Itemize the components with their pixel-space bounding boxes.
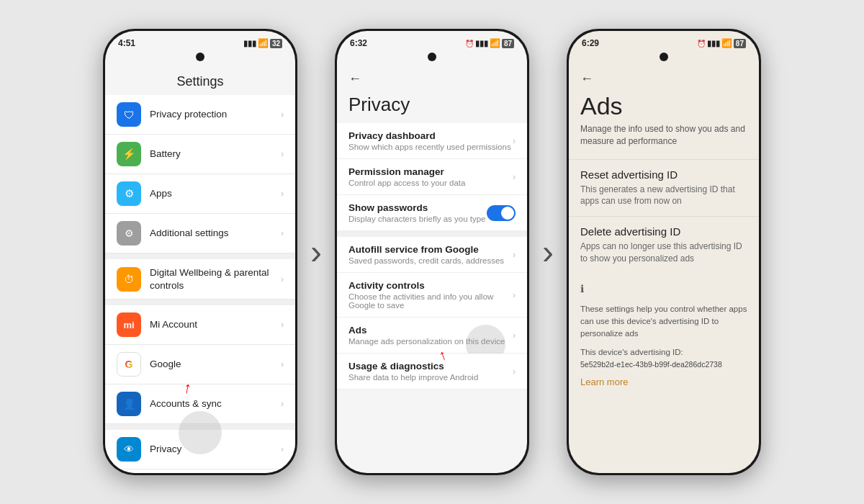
chevron-icon: › [281,444,284,454]
ads-header: ← [569,64,759,86]
nav-arrow-1: › [310,235,322,269]
permission-title: Permission manager [348,166,513,177]
settings-screen: Settings 🛡 Privacy protection › ⚡ [105,66,295,473]
reset-title: Reset advertising ID [580,168,747,181]
ads-section-reset[interactable]: Reset advertising ID This generates a ne… [569,159,759,217]
apps-label: Apps [150,187,281,200]
chevron-icon: › [281,109,284,120]
chevron-icon: › [513,172,516,182]
usage-title: Usage & diagnostics [348,361,513,372]
settings-item-additional[interactable]: ⚙ Additional settings › [105,214,295,253]
settings-list: 🛡 Privacy protection › ⚡ Battery › [105,95,295,473]
activity-title: Activity controls [348,280,513,291]
ads-device-id-label: This device's advertising ID: 5e529b2d-e… [569,346,759,372]
wellbeing-label: Digital Wellbeing & parental controls [150,266,281,292]
notch-3 [660,53,668,61]
privacy-header: ← [337,64,527,89]
accounts-icon: 👤 [117,392,141,416]
delete-sub: Apps can no longer use this advertising … [580,240,747,265]
chevron-icon: › [281,189,284,199]
delete-title: Delete advertising ID [580,225,747,238]
passwords-title: Show passwords [348,202,487,213]
activity-sub: Choose the activities and info you allow… [348,292,513,310]
additional-label: Additional settings [150,227,281,240]
chevron-icon: › [513,136,516,146]
wellbeing-icon: ⏱ [117,267,141,292]
miaccount-label: Mi Account [150,318,281,331]
settings-item-location[interactable]: 📍 Location › [105,469,295,473]
ads-screen-title: Ads [569,86,759,123]
permission-sub: Control app access to your data [348,179,513,187]
status-icons-3: ⏰ ▮▮▮ 📶 87 [697,38,746,48]
status-bar-1: 4:51 ▮▮▮ 📶 32 [105,31,295,51]
chevron-icon: › [281,274,284,284]
back-button-2[interactable]: ← [348,71,361,86]
phone-settings: 4:51 ▮▮▮ 📶 32 Settings 🛡 Privacy prote [103,29,297,475]
divider-3 [105,424,295,430]
settings-item-miaccount[interactable]: mi Mi Account › [105,305,295,345]
miaccount-icon: mi [117,312,141,337]
ads-info-box: ℹ [580,282,747,294]
privacy-protection-icon: 🛡 [117,102,141,127]
time-2: 6:32 [350,38,367,48]
settings-title: Settings [105,66,295,95]
chevron-icon: › [281,399,284,409]
privacy-label: Privacy [150,443,281,456]
privacy-item-permission[interactable]: Permission manager Control app access to… [337,159,527,195]
battery-label: Battery [150,148,281,161]
dashboard-title: Privacy dashboard [348,130,513,141]
phone-privacy: 6:32 ⏰ ▮▮▮ 📶 87 ← Privacy Privacy dashbo… [335,29,529,475]
status-bar-3: 6:29 ⏰ ▮▮▮ 📶 87 [569,31,759,51]
divider-2 [105,300,295,305]
status-icons-2: ⏰ ▮▮▮ 📶 87 [465,38,514,48]
scene: 4:51 ▮▮▮ 📶 32 Settings 🛡 Privacy prote [0,0,864,504]
phone-ads: 6:29 ⏰ ▮▮▮ 📶 87 ← Ads Manage the info us… [567,29,761,475]
info-icon: ℹ [580,283,584,294]
privacy-item-autofill[interactable]: Autofill service from Google Saved passw… [337,237,527,273]
privacy-screen-title: Privacy [337,89,527,123]
time-3: 6:29 [582,38,599,48]
chevron-icon: › [281,149,284,159]
back-button-3[interactable]: ← [580,71,593,86]
settings-item-apps[interactable]: ⚙ Apps › [105,174,295,214]
privacy-item-usage[interactable]: Usage & diagnostics Share data to help i… [337,354,527,390]
chevron-icon: › [281,320,284,330]
passwords-toggle[interactable] [487,205,516,221]
privacy-item-ads[interactable]: Ads Manage ads personalization on this d… [337,318,527,354]
ads-section-delete[interactable]: Delete advertising ID Apps can no longer… [569,216,759,274]
google-label: Google [150,358,281,371]
privacy-protection-label: Privacy protection [150,108,281,121]
settings-item-battery[interactable]: ⚡ Battery › [105,135,295,174]
settings-item-privacy-protection[interactable]: 🛡 Privacy protection › [105,95,295,135]
chevron-icon: › [513,330,516,341]
settings-item-wellbeing[interactable]: ⏱ Digital Wellbeing & parental controls … [105,259,295,300]
chevron-icon: › [281,359,284,369]
additional-icon: ⚙ [117,221,141,246]
privacy-item-passwords[interactable]: Show passwords Display characters briefl… [337,195,527,231]
divider-p1 [337,231,527,237]
ads-learn-more[interactable]: Learn more [569,371,759,393]
settings-item-google[interactable]: G Google › [105,345,295,384]
autofill-title: Autofill service from Google [348,244,513,255]
chevron-icon: › [513,366,516,377]
privacy-screen: ← Privacy Privacy dashboard Show which a… [337,64,527,473]
settings-item-privacy[interactable]: 👁 Privacy › [105,430,295,469]
status-icons-1: ▮▮▮ 📶 32 [243,38,282,48]
status-bar-2: 6:32 ⏰ ▮▮▮ 📶 87 [337,31,527,51]
nav-arrow-2: › [542,235,554,269]
notch-2 [428,53,436,61]
settings-item-accounts[interactable]: 👤 Accounts & sync › [105,384,295,424]
ads-screen: ← Ads Manage the info used to show you a… [569,64,759,473]
battery-icon: ⚡ [117,142,141,166]
notch-1 [196,53,204,61]
divider-1 [105,253,295,259]
privacy-item-activity[interactable]: Activity controls Choose the activities … [337,273,527,318]
reset-sub: This generates a new advertising ID that… [580,184,747,208]
autofill-sub: Saved passwords, credit cards, addresses [348,256,513,265]
dashboard-sub: Show which apps recently used permission… [348,143,513,151]
privacy-item-dashboard[interactable]: Privacy dashboard Show which apps recent… [337,123,527,159]
ads-info-text: These settings help you control whether … [569,303,759,341]
ads-description: Manage the info used to show you ads and… [569,123,759,159]
chevron-icon: › [513,290,516,300]
google-icon: G [117,352,141,377]
